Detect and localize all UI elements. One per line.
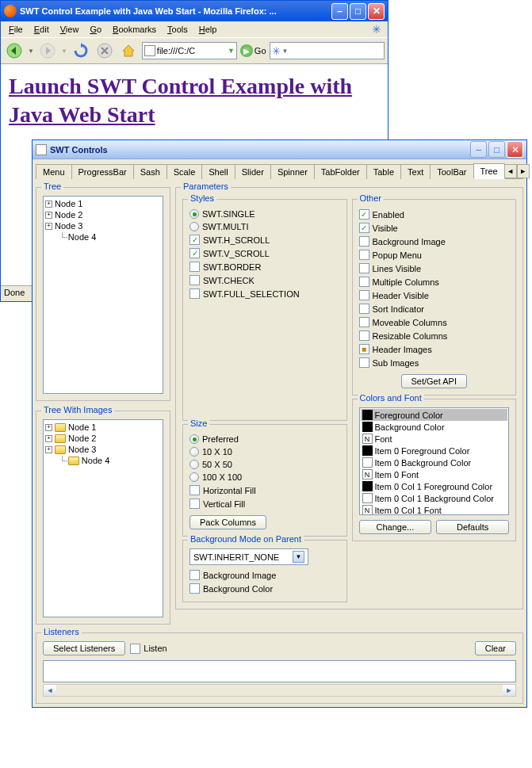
tree-node[interactable]: +Node 1 — [45, 422, 161, 433]
swt-titlebar[interactable]: SWT Controls – □ ✕ — [33, 140, 526, 159]
forward-dropdown[interactable]: ▼ — [61, 48, 67, 55]
tab-scroll-right[interactable]: ► — [517, 164, 530, 178]
pack-columns-button[interactable]: Pack Columns — [189, 515, 266, 529]
colors-list[interactable]: Foreground Color Background Color NFont … — [359, 407, 510, 515]
other-option[interactable]: Sort Indicator — [359, 302, 510, 315]
swt-close-button[interactable]: ✕ — [507, 141, 523, 158]
tree-images-control[interactable]: +Node 1 +Node 2 +Node 3 └·Node 4 — [43, 419, 163, 617]
expand-icon[interactable]: + — [45, 435, 52, 442]
url-bar[interactable]: ▼ — [142, 42, 237, 59]
tree-node[interactable]: +Node 2 — [45, 209, 161, 220]
tree-control[interactable]: +Node 1 +Node 2 +Node 3 └·Node 4 — [43, 196, 163, 394]
listener-log[interactable] — [43, 660, 516, 682]
list-item[interactable]: Item 0 Foreground Color — [361, 445, 508, 457]
tab-scale[interactable]: Scale — [166, 164, 203, 179]
tab-sash[interactable]: Sash — [133, 164, 167, 179]
other-option[interactable]: Header Visible — [359, 288, 510, 302]
maximize-button[interactable]: □ — [350, 3, 366, 20]
tab-progressbar[interactable]: ProgressBar — [71, 164, 134, 179]
list-item[interactable]: Item 0 Background Color — [361, 457, 508, 468]
menu-help[interactable]: Help — [194, 23, 222, 36]
back-dropdown[interactable]: ▼ — [28, 48, 34, 55]
tab-tree[interactable]: Tree — [473, 163, 505, 179]
list-item[interactable]: NFont — [361, 433, 508, 445]
menu-edit[interactable]: Edit — [29, 23, 54, 36]
search-engine-icon[interactable]: ✳ — [272, 45, 281, 57]
stop-button[interactable] — [94, 40, 115, 61]
tree-node[interactable]: +Node 3 — [45, 220, 161, 231]
home-button[interactable] — [118, 40, 139, 61]
style-option[interactable]: SWT.MULTI — [189, 220, 340, 233]
other-option[interactable]: ✓Visible — [359, 221, 510, 235]
tab-scroll-left[interactable]: ◄ — [504, 164, 517, 178]
url-input[interactable] — [157, 46, 228, 55]
tab-toolbar[interactable]: ToolBar — [430, 164, 473, 179]
bgmode-check[interactable]: Background Image — [189, 568, 340, 582]
listen-check[interactable]: Listen — [130, 642, 166, 655]
size-option[interactable]: 10 X 10 — [189, 445, 340, 458]
other-option[interactable]: Multiple Columns — [359, 275, 510, 288]
tree-node[interactable]: +Node 2 — [45, 433, 161, 444]
other-option[interactable]: Moveable Columns — [359, 315, 510, 329]
tab-text[interactable]: Text — [400, 164, 431, 179]
style-option[interactable]: SWT.CHECK — [189, 273, 340, 287]
list-item[interactable]: Background Color — [361, 421, 508, 433]
tree-node[interactable]: +Node 1 — [45, 198, 161, 209]
menu-go[interactable]: Go — [85, 23, 106, 36]
tab-tabfolder[interactable]: TabFolder — [314, 164, 367, 179]
change-button[interactable]: Change... — [359, 520, 432, 534]
tab-slider[interactable]: Slider — [235, 164, 271, 179]
expand-icon[interactable]: + — [45, 201, 52, 208]
swt-minimize-button[interactable]: – — [470, 141, 487, 158]
list-item[interactable]: NItem 0 Font — [361, 468, 508, 480]
other-option[interactable]: Resizable Columns — [359, 329, 510, 342]
firefox-titlebar[interactable]: SWT Control Example with Java Web Start … — [1, 1, 388, 21]
url-dropdown-icon[interactable]: ▼ — [228, 47, 235, 55]
minimize-button[interactable]: – — [331, 3, 348, 20]
expand-icon[interactable]: + — [45, 446, 52, 453]
list-item[interactable]: Foreground Color — [361, 409, 508, 421]
search-bar[interactable]: ✳ ▼ — [270, 42, 385, 59]
scroll-left-icon[interactable]: ◄ — [44, 685, 56, 696]
size-option[interactable]: Horizontal Fill — [189, 483, 340, 497]
size-option[interactable]: 50 X 50 — [189, 458, 340, 471]
defaults-button[interactable]: Defaults — [436, 520, 509, 534]
bgmode-check[interactable]: Background Color — [189, 582, 340, 595]
style-option[interactable]: SWT.BORDER — [189, 260, 340, 273]
other-option[interactable]: Lines Visible — [359, 262, 510, 275]
other-option[interactable]: Background Image — [359, 235, 510, 248]
clear-button[interactable]: Clear — [475, 641, 516, 655]
scroll-track[interactable] — [56, 685, 503, 696]
tree-node[interactable]: └·Node 4 — [45, 231, 161, 243]
swt-maximize-button[interactable]: □ — [488, 141, 505, 158]
expand-icon[interactable]: + — [45, 223, 52, 230]
other-option[interactable]: Sub Images — [359, 356, 510, 369]
expand-icon[interactable]: + — [45, 212, 52, 219]
tab-shell[interactable]: Shell — [201, 164, 235, 179]
other-option[interactable]: ✓Enabled — [359, 208, 510, 221]
close-button[interactable]: ✕ — [368, 3, 385, 20]
list-item[interactable]: NItem 0 Col 1 Font — [361, 504, 508, 515]
list-item[interactable]: Item 0 Col 1 Foreground Color — [361, 480, 508, 492]
launch-link[interactable]: Launch SWT Control Example with Java Web… — [9, 74, 352, 127]
scroll-right-icon[interactable]: ► — [503, 685, 515, 696]
other-option[interactable]: Popup Menu — [359, 248, 510, 262]
size-option[interactable]: Preferred — [189, 433, 340, 445]
expand-icon[interactable]: + — [45, 424, 52, 431]
bgmode-select[interactable]: SWT.INHERIT_NONE ▼ — [189, 548, 308, 565]
size-option[interactable]: Vertical Fill — [189, 497, 340, 510]
menu-tools[interactable]: Tools — [163, 23, 193, 36]
select-listeners-button[interactable]: Select Listeners — [43, 641, 125, 655]
style-option[interactable]: ✓SWT.V_SCROLL — [189, 246, 340, 260]
tab-menu[interactable]: Menu — [36, 164, 72, 179]
horizontal-scrollbar[interactable]: ◄ ► — [43, 684, 516, 697]
back-button[interactable] — [4, 40, 25, 61]
style-option[interactable]: SWT.SINGLE — [189, 208, 340, 220]
menu-bookmarks[interactable]: Bookmarks — [108, 23, 161, 36]
tree-node[interactable]: └·Node 4 — [45, 455, 161, 466]
list-item[interactable]: Item 0 Col 1 Background Color — [361, 492, 508, 504]
style-option[interactable]: SWT.FULL_SELECTION — [189, 287, 340, 300]
search-dropdown-icon[interactable]: ▼ — [282, 48, 289, 55]
menu-view[interactable]: View — [55, 23, 84, 36]
tab-spinner[interactable]: Spinner — [270, 164, 315, 179]
